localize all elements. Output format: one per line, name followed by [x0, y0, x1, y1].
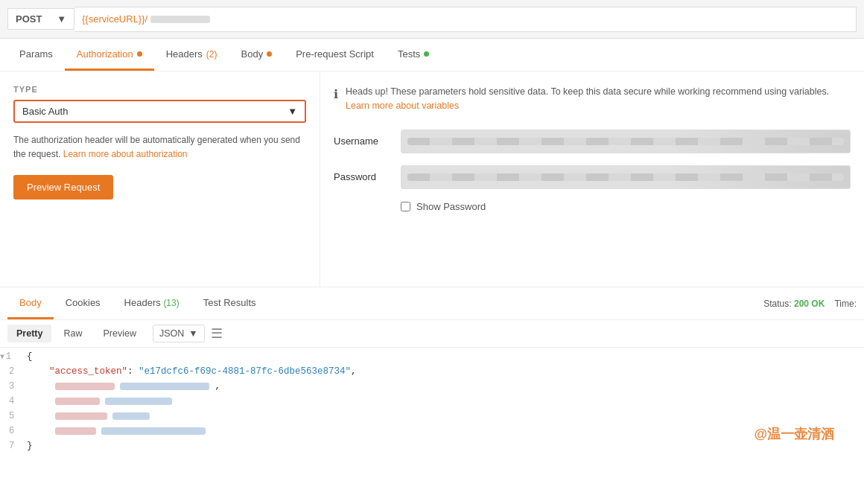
format-value: JSON [159, 328, 184, 339]
show-password-row: Show Password [401, 201, 851, 212]
code-line-6: 6 [0, 425, 864, 440]
code-line-7: 7 } [0, 440, 864, 455]
code-tab-raw[interactable]: Raw [54, 325, 91, 342]
url-bar: POST ▼ {{serviceURL}}/ [0, 0, 864, 39]
line-num-6: 6 [0, 426, 27, 436]
type-value: Basic Auth [22, 106, 68, 117]
learn-more-auth-link[interactable]: Learn more about authorization [63, 149, 188, 159]
line-num-7: 7 [0, 441, 27, 451]
tab-tests[interactable]: Tests [386, 39, 441, 71]
tab-pre-request-script[interactable]: Pre-request Script [284, 39, 386, 71]
url-service-part: {{serviceURL}}/ [82, 13, 147, 25]
blurred-val-4 [105, 398, 172, 405]
right-panel: ℹ Heads up! These parameters hold sensit… [320, 71, 864, 287]
line-num-2: 2 [0, 366, 27, 377]
password-blurred [407, 173, 844, 181]
line-content-7: } [27, 441, 864, 451]
method-chevron-icon: ▼ [57, 13, 66, 25]
code-line-5: 5 [0, 410, 864, 425]
code-tab-preview[interactable]: Preview [94, 325, 144, 342]
username-input[interactable] [401, 130, 851, 153]
username-blurred [407, 138, 844, 145]
password-input[interactable] [401, 165, 851, 189]
blurred-key-5 [55, 412, 107, 420]
code-line-2: 2 "access_token": "e17dcfc6-f69c-4881-87… [0, 366, 864, 380]
bottom-tab-cookies[interactable]: Cookies [54, 288, 112, 319]
bottom-tab-headers[interactable]: Headers (13) [112, 288, 191, 319]
line-content-5 [27, 411, 864, 421]
tab-headers[interactable]: Headers (2) [154, 39, 229, 71]
blurred-key-4 [55, 398, 100, 405]
line-num-4: 4 [0, 396, 27, 406]
line-arrow-icon: ▼ [0, 353, 4, 361]
username-row: Username [334, 130, 851, 153]
auth-info-text: The authorization header will be automat… [13, 133, 306, 162]
line-num-3: 3 [0, 381, 27, 392]
headers-count-badge: (13) [163, 298, 179, 308]
status-label: Status: [763, 299, 791, 309]
format-chevron-icon: ▼ [188, 328, 197, 339]
show-password-label: Show Password [416, 201, 486, 212]
info-icon: ℹ [334, 86, 338, 103]
tab-params[interactable]: Params [7, 39, 65, 71]
password-label: Password [334, 171, 401, 182]
method-select[interactable]: POST ▼ [7, 8, 74, 30]
tab-body[interactable]: Body [229, 39, 285, 71]
blurred-val-3 [120, 383, 209, 390]
show-password-checkbox[interactable] [401, 202, 410, 211]
body-dot [267, 51, 272, 57]
code-line-4: 4 [0, 395, 864, 410]
headers-badge: (2) [206, 49, 217, 60]
left-panel: TYPE Basic Auth ▼ The authorization head… [0, 71, 320, 287]
wrap-icon[interactable]: ☰ [211, 325, 223, 342]
password-row: Password [334, 165, 851, 189]
code-tab-pretty[interactable]: Pretty [7, 325, 51, 342]
status-area: Status: 200 OK Time: [763, 299, 857, 309]
blurred-val-5 [112, 412, 150, 420]
type-select[interactable]: Basic Auth ▼ [13, 100, 306, 123]
code-line-1: ▼ 1 { [0, 351, 864, 366]
line-content-6 [27, 426, 864, 436]
blurred-val-6 [101, 427, 206, 435]
tab-authorization[interactable]: Authorization [65, 39, 154, 71]
url-input-display[interactable]: {{serviceURL}}/ [74, 7, 857, 32]
code-toolbar: Pretty Raw Preview JSON ▼ ☰ [0, 320, 864, 348]
watermark: @温一壶清酒 [754, 425, 834, 443]
blurred-key-6 [55, 427, 96, 435]
bottom-tabs-row: Body Cookies Headers (13) Test Results S… [0, 287, 864, 320]
line-num-1: ▼ 1 [0, 351, 27, 362]
main-content: TYPE Basic Auth ▼ The authorization head… [0, 71, 864, 287]
line-content-2: "access_token": "e17dcfc6-f69c-4881-87fc… [27, 366, 864, 377]
format-select[interactable]: JSON ▼ [153, 325, 205, 342]
bottom-tab-body[interactable]: Body [7, 288, 54, 319]
line-num-5: 5 [0, 411, 27, 421]
type-arrow-icon: ▼ [288, 106, 297, 117]
preview-request-button[interactable]: Preview Request [13, 175, 113, 200]
tests-dot [424, 51, 429, 57]
main-tabs: Params Authorization Headers (2) Body Pr… [0, 39, 864, 71]
status-value: 200 OK [794, 299, 825, 309]
code-body: ▼ 1 { 2 "access_token": "e17dcfc6-f69c-4… [0, 348, 864, 458]
line-content-3: , [27, 381, 864, 392]
line-content-4 [27, 396, 864, 406]
learn-more-variables-link[interactable]: Learn more about variables [346, 101, 459, 111]
authorization-dot [137, 51, 142, 57]
bottom-tab-test-results[interactable]: Test Results [191, 288, 268, 319]
type-label: TYPE [13, 85, 306, 94]
method-label: POST [16, 13, 42, 25]
alert-box: ℹ Heads up! These parameters hold sensit… [334, 85, 851, 113]
blurred-key-3 [55, 383, 115, 390]
code-area-wrapper: Pretty Raw Preview JSON ▼ ☰ ▼ 1 { 2 [0, 320, 864, 458]
username-label: Username [334, 135, 401, 147]
time-label: Time: [834, 299, 857, 309]
line-content-1: { [27, 351, 864, 362]
bottom-tabs-left: Body Cookies Headers (13) Test Results [7, 288, 268, 319]
alert-text-content: Heads up! These parameters hold sensitiv… [346, 85, 851, 113]
url-path-part [150, 16, 210, 23]
code-line-3: 3 , [0, 380, 864, 395]
